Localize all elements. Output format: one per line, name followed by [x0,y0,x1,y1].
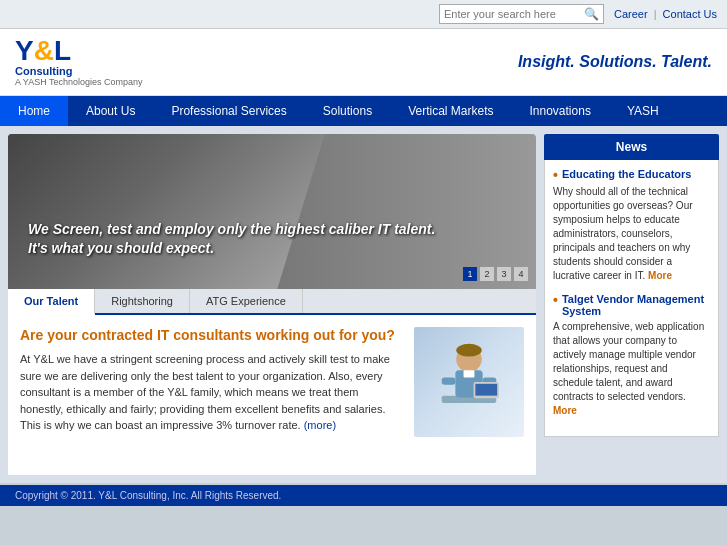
hero-background [8,134,536,289]
hero-banner: We Screen, test and employ only the high… [8,134,536,289]
svg-rect-8 [475,384,497,396]
nav-professional[interactable]: Professional Services [153,96,304,126]
tab-more-link[interactable]: (more) [304,419,336,431]
news-title-text-2[interactable]: Talget Vendor Management System [562,293,710,317]
tab-content: Are your contracted IT consultants worki… [8,315,536,475]
news-header: News [544,134,719,160]
header: Y&L Consulting A YASH Technologies Compa… [0,29,727,96]
logo: Y&L Consulting A YASH Technologies Compa… [15,37,143,87]
search-input[interactable] [444,8,584,20]
content-wrapper: We Screen, test and employ only the high… [0,126,727,483]
news-title-text-1[interactable]: Educating the Educators [562,168,692,180]
tabs: Our Talent Rightshoring ATG Experience [8,289,536,315]
logo-tagline-small: A YASH Technologies Company [15,77,143,87]
hero-text: We Screen, test and employ only the high… [28,220,435,259]
hero-dot-1[interactable]: 1 [463,267,477,281]
news-text-1: Why should all of the technical opportun… [553,185,710,283]
tab-question: Are your contracted IT consultants worki… [20,327,402,343]
news-title-1: • Educating the Educators [553,168,710,182]
top-links: Career | Contact Us [614,8,717,20]
news-content: • Educating the Educators Why should all… [544,160,719,437]
news-text-2: A comprehensive, web application that al… [553,320,710,418]
tab-rightshoring[interactable]: Rightshoring [95,289,190,313]
person-image [429,332,509,432]
top-bar: 🔍 Career | Contact Us [0,0,727,29]
logo-yl: Y&L [15,37,143,65]
hero-dot-4[interactable]: 4 [514,267,528,281]
footer: Copyright © 2011. Y&L Consulting, Inc. A… [0,485,727,506]
tab-body: At Y&L we have a stringent screening pro… [20,351,402,434]
svg-point-3 [456,344,481,357]
news-item-2: • Talget Vendor Management System A comp… [553,293,710,418]
main-area: We Screen, test and employ only the high… [8,134,536,475]
hero-line1: We Screen, test and employ only the high… [28,220,435,240]
svg-rect-4 [442,377,456,384]
tab-our-talent[interactable]: Our Talent [8,289,95,315]
logo-consulting: Consulting [15,65,143,77]
news-bullet-2: • [553,293,558,307]
nav-about[interactable]: About Us [68,96,153,126]
svg-rect-6 [464,370,475,377]
sidebar: News • Educating the Educators Why shoul… [544,134,719,475]
tab-text: Are your contracted IT consultants worki… [20,327,402,463]
nav-yash[interactable]: YASH [609,96,677,126]
tab-image [414,327,524,463]
hero-dot-2[interactable]: 2 [480,267,494,281]
hero-dot-3[interactable]: 3 [497,267,511,281]
tab-atg[interactable]: ATG Experience [190,289,303,313]
footer-text: Copyright © 2011. Y&L Consulting, Inc. A… [15,490,281,501]
tagline: Insight. Solutions. Talent. [518,53,712,71]
contact-link[interactable]: Contact Us [663,8,717,20]
nav-home[interactable]: Home [0,96,68,126]
search-wrapper: 🔍 [439,4,604,24]
news-more-1[interactable]: More [648,270,672,281]
career-link[interactable]: Career [614,8,648,20]
news-more-2[interactable]: More [553,405,577,416]
nav: Home About Us Professional Services Solu… [0,96,727,126]
nav-vertical[interactable]: Vertical Markets [390,96,511,126]
hero-people-image [8,134,325,289]
hero-dots: 1 2 3 4 [463,267,528,281]
tab-image-box [414,327,524,437]
news-item-1: • Educating the Educators Why should all… [553,168,710,283]
news-title-2: • Talget Vendor Management System [553,293,710,317]
nav-solutions[interactable]: Solutions [305,96,390,126]
search-icon[interactable]: 🔍 [584,7,599,21]
hero-line2: It's what you should expect. [28,239,435,259]
news-bullet-1: • [553,168,558,182]
nav-innovations[interactable]: Innovations [512,96,609,126]
